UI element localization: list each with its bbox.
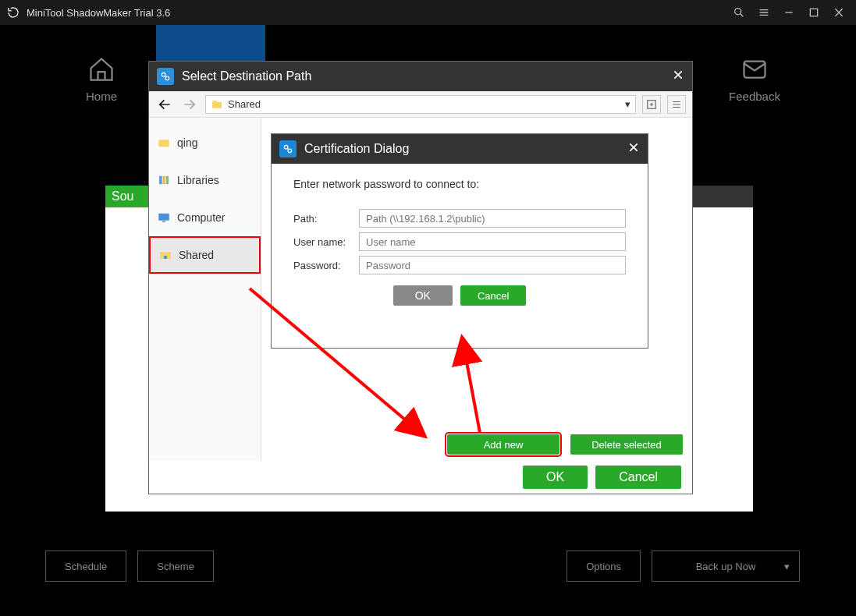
schedule-button[interactable]: Schedule [45,551,126,582]
svg-rect-7 [158,140,169,147]
app-title: MiniTool ShadowMaker Trial 3.6 [27,7,725,19]
svg-rect-1 [810,9,817,16]
dialog-icon [157,68,174,85]
nav-back-icon[interactable] [155,95,174,114]
svg-rect-12 [162,221,166,223]
path-box[interactable]: Shared ▾ [205,95,636,114]
caret-down-icon: ▾ [784,561,790,572]
dialog-sidebar: qing Libraries Computer Shared [149,118,261,461]
path-label: Path: [293,213,359,225]
user-folder-icon [157,136,171,150]
folder-icon [211,98,223,111]
password-input[interactable] [359,256,626,274]
certification-dialog: Certification Dialog Enter network passw… [271,133,648,349]
tab-feedback[interactable]: Feedback [700,44,809,114]
tab-home-label: Home [86,90,117,103]
svg-point-15 [284,145,288,149]
computer-icon [157,211,171,225]
bottom-button-bar: Schedule Scheme Options Back up Now ▾ [0,551,856,582]
svg-rect-2 [744,61,765,77]
nav-forward-icon[interactable] [180,95,199,114]
dialog-footer: OK Cancel [149,461,692,494]
view-list-icon[interactable] [667,95,686,114]
cert-close-icon[interactable] [627,141,640,157]
svg-point-0 [735,9,741,15]
sidebar-label: Shared [179,249,214,261]
tab-home[interactable]: Home [47,44,156,114]
minimize-icon[interactable] [778,2,800,23]
sidebar-label: qing [177,136,197,149]
sidebar-item-shared[interactable]: Shared [149,236,261,274]
libraries-icon [157,173,171,187]
menu-icon[interactable] [753,2,775,23]
svg-rect-8 [159,176,162,185]
username-label: User name: [293,236,359,248]
app-titlebar: MiniTool ShadowMaker Trial 3.6 [0,0,856,25]
dest-ok-button[interactable]: OK [523,466,588,489]
dialog-title: Select Destination Path [182,69,672,83]
home-icon [87,55,115,83]
sidebar-item-qing[interactable]: qing [149,124,261,161]
cert-titlebar: Certification Dialog [272,134,648,164]
password-label: Password: [293,260,359,271]
svg-rect-9 [163,176,166,185]
cert-ok-button[interactable]: OK [393,285,453,306]
svg-point-14 [164,256,168,260]
tab-feedback-label: Feedback [729,90,780,103]
feedback-icon [741,55,769,83]
svg-rect-11 [158,214,169,221]
cert-title: Certification Dialog [304,142,627,156]
dialog-close-icon[interactable] [672,69,684,84]
sidebar-label: Computer [177,211,225,224]
sidebar-item-computer[interactable]: Computer [149,199,261,236]
svg-point-4 [165,76,169,80]
delete-selected-button[interactable]: Delete selected [570,434,683,455]
app-logo-icon [6,5,20,19]
close-icon[interactable] [828,2,850,23]
sidebar-label: Libraries [177,174,219,186]
backup-now-label: Back up Now [696,561,756,572]
backup-now-button[interactable]: Back up Now ▾ [652,551,800,582]
svg-rect-10 [166,176,169,185]
dialog-titlebar: Select Destination Path [149,62,692,91]
username-input[interactable] [359,232,626,251]
path-input[interactable] [359,209,626,228]
dialog-toolbar: Shared ▾ [149,91,692,118]
new-folder-icon[interactable] [642,95,661,114]
scheme-button[interactable]: Scheme [137,551,214,582]
search-icon[interactable] [728,2,750,23]
add-new-button[interactable]: Add new [447,434,559,455]
dest-cancel-button[interactable]: Cancel [595,466,681,489]
sidebar-item-libraries[interactable]: Libraries [149,161,261,199]
cert-prompt: Enter network password to connect to: [293,178,626,190]
shared-folder-icon [158,248,172,262]
options-button[interactable]: Options [567,551,641,582]
caret-down-icon[interactable]: ▾ [625,98,630,110]
svg-point-16 [288,149,292,153]
path-text: Shared [228,98,261,110]
maximize-icon[interactable] [803,2,825,23]
svg-point-3 [162,73,165,76]
svg-rect-5 [212,101,222,108]
cert-dialog-icon [279,140,297,158]
cert-cancel-button[interactable]: Cancel [460,285,526,306]
